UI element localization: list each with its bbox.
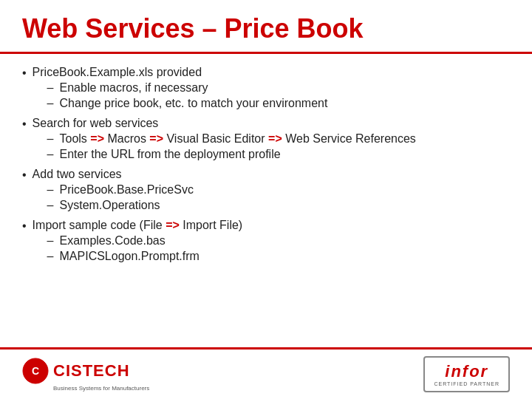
sub-text-4-2: MAPICSLogon.Prompt.frm (60, 250, 200, 263)
bullet-item-1: • PriceBook.Example.xls provided – Enabl… (22, 66, 510, 112)
bullet-dot-2: • (22, 117, 27, 131)
sub-item-2-2: – Enter the URL from the deployment prof… (33, 148, 510, 161)
bullet-dot-3: • (22, 168, 27, 182)
bullet-text-4: Import sample code (File => Import File) (33, 219, 243, 231)
arrow-2-3: => (268, 132, 282, 145)
bullet-content-3: Add two services – PriceBook.Base.PriceS… (33, 168, 510, 214)
bullet-text-3: Add two services (33, 168, 122, 180)
sub-dash-2-2: – (47, 148, 54, 161)
bullet-text-1: PriceBook.Example.xls provided (33, 66, 202, 78)
arrow-4-1: => (166, 219, 180, 231)
infor-logo: infor CERTIFIED PARTNER (423, 356, 510, 392)
sub-dash-1-1: – (47, 81, 54, 95)
sub-item-4-2: – MAPICSLogon.Prompt.frm (33, 250, 510, 263)
sub-list-1: – Enable macros, if necessary – Change p… (33, 81, 510, 110)
sub-dash-4-2: – (47, 250, 54, 263)
sub-item-4-1: – Examples.Code.bas (33, 234, 510, 248)
sub-item-2-1: – Tools => Macros => Visual Basic Editor… (33, 132, 510, 146)
sub-text-3-2: System.Operations (60, 199, 160, 212)
cistech-tagline-text: Business Systems for Manufacturers (53, 385, 149, 392)
sub-text-1-2: Change price book, etc. to match your en… (60, 97, 328, 110)
title-bar: Web Services – Price Book (0, 0, 532, 54)
cistech-logo: C CISTECH Business Systems for Manufactu… (22, 358, 149, 392)
sub-item-1-2: – Change price book, etc. to match your … (33, 97, 510, 110)
bullet-content-4: Import sample code (File => Import File)… (33, 219, 510, 265)
cistech-name-text: CISTECH (53, 361, 130, 381)
infor-name-text: infor (445, 362, 488, 381)
sub-dash-1-2: – (47, 97, 54, 110)
sub-list-3: – PriceBook.Base.PriceSvc – System.Opera… (33, 183, 510, 212)
sub-item-1-1: – Enable macros, if necessary (33, 81, 510, 95)
sub-dash-4-1: – (47, 234, 54, 248)
sub-text-4-1: Examples.Code.bas (60, 234, 166, 248)
bullet-content-2: Search for web services – Tools => Macro… (33, 117, 510, 163)
infor-tagline-text: CERTIFIED PARTNER (434, 381, 499, 386)
footer: C CISTECH Business Systems for Manufactu… (0, 347, 532, 399)
sub-dash-2-1: – (47, 132, 54, 146)
sub-text-2-1: Tools => Macros => Visual Basic Editor =… (60, 132, 416, 146)
bullet-dot-1: • (22, 66, 27, 80)
bullet-text-2: Search for web services (33, 117, 159, 129)
sub-text-3-1: PriceBook.Base.PriceSvc (60, 183, 194, 197)
main-bullet-list: • PriceBook.Example.xls provided – Enabl… (22, 66, 510, 265)
sub-item-3-2: – System.Operations (33, 199, 510, 212)
bullet-dot-4: • (22, 219, 27, 233)
sub-dash-3-1: – (47, 183, 54, 197)
arrow-2-1: => (90, 132, 104, 145)
slide: Web Services – Price Book • PriceBook.Ex… (0, 0, 532, 399)
cistech-icon-svg: C (22, 358, 49, 384)
sub-text-1-1: Enable macros, if necessary (60, 81, 208, 95)
sub-list-4: – Examples.Code.bas – MAPICSLogon.Prompt… (33, 234, 510, 263)
bullet-item-2: • Search for web services – Tools => Mac… (22, 117, 510, 163)
content-area: • PriceBook.Example.xls provided – Enabl… (0, 54, 532, 347)
sub-text-2-2: Enter the URL from the deployment profil… (60, 148, 281, 161)
bullet-content-1: PriceBook.Example.xls provided – Enable … (33, 66, 510, 112)
sub-dash-3-2: – (47, 199, 54, 212)
sub-list-2: – Tools => Macros => Visual Basic Editor… (33, 132, 510, 161)
svg-text:C: C (32, 365, 39, 377)
sub-item-3-1: – PriceBook.Base.PriceSvc (33, 183, 510, 197)
bullet-item-4: • Import sample code (File => Import Fil… (22, 219, 510, 265)
bullet-item-3: • Add two services – PriceBook.Base.Pric… (22, 168, 510, 214)
arrow-2-2: => (149, 132, 163, 145)
cistech-logo-top: C CISTECH (22, 358, 130, 384)
slide-title: Web Services – Price Book (22, 13, 510, 44)
